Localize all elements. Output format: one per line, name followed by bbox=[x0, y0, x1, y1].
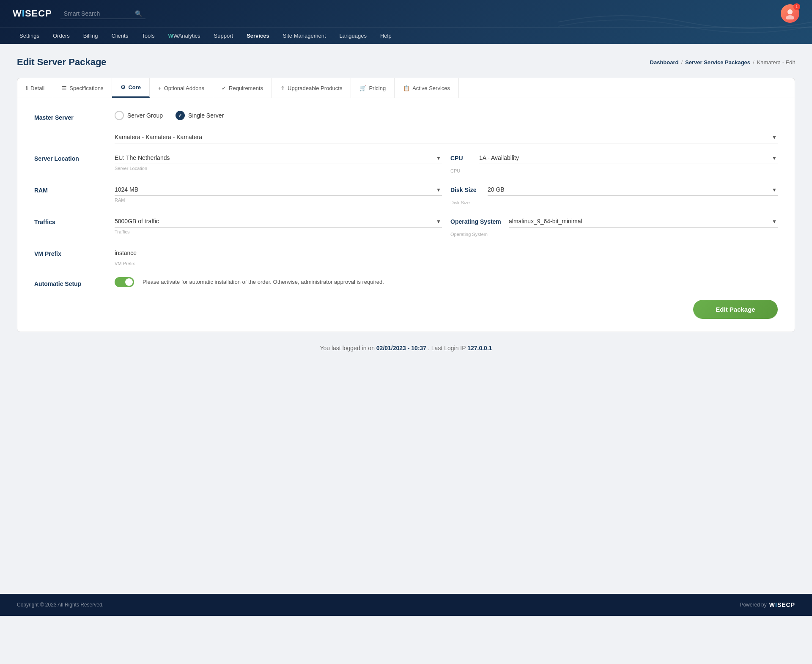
logo: WISECP bbox=[13, 8, 52, 19]
content-card: Master Server Server Group Single Server… bbox=[17, 98, 795, 332]
tab-detail[interactable]: ℹ Detail bbox=[17, 78, 53, 98]
tab-pricing[interactable]: 🛒 Pricing bbox=[351, 78, 395, 98]
nav-settings[interactable]: Settings bbox=[13, 27, 46, 44]
tab-active-services[interactable]: 📋 Active Services bbox=[395, 78, 459, 98]
header-right: 1 bbox=[781, 4, 799, 23]
optional-addons-icon: + bbox=[158, 85, 162, 91]
master-server-label: Master Server bbox=[34, 111, 102, 121]
upgradeable-products-icon: ⇧ bbox=[280, 85, 285, 91]
breadcrumb-section[interactable]: Server Service Packages bbox=[685, 59, 750, 66]
tab-core[interactable]: ⚙ Core bbox=[112, 78, 150, 98]
last-login-date: 02/01/2023 - 10:37 bbox=[376, 345, 426, 351]
search-icon: 🔍 bbox=[135, 10, 142, 17]
main-nav: Settings Orders Billing Clients Tools WW… bbox=[0, 27, 812, 44]
traffics-os-row: Traffics 5000GB of traffic ▼ Traffics Op… bbox=[34, 215, 778, 237]
automatic-setup-description: Please activate for automatic installati… bbox=[143, 278, 384, 286]
search-input[interactable] bbox=[64, 10, 132, 17]
nav-languages[interactable]: Languages bbox=[333, 27, 373, 44]
ram-field: 1024 MB ▼ RAM bbox=[115, 184, 442, 205]
master-server-dropdown[interactable]: Kamatera - Kamatera - Kamatera bbox=[115, 131, 778, 143]
os-dropdown-wrap: almalinux_9_64-bit_minimal ▼ bbox=[509, 215, 778, 228]
nav-clients[interactable]: Clients bbox=[104, 27, 135, 44]
vm-prefix-row: VM Prefix VM Prefix bbox=[34, 247, 778, 267]
server-location-dropdown-wrap: EU: The Netherlands ▼ bbox=[115, 152, 442, 164]
vm-prefix-label: VM Prefix bbox=[34, 247, 102, 257]
svg-point-1 bbox=[786, 15, 794, 19]
specifications-icon: ☰ bbox=[62, 85, 67, 91]
nav-site-management[interactable]: Site Management bbox=[276, 27, 333, 44]
automatic-setup-row: Automatic Setup Please activate for auto… bbox=[34, 277, 778, 287]
location-cpu-row: Server Location EU: The Netherlands ▼ Se… bbox=[34, 152, 778, 173]
nav-orders[interactable]: Orders bbox=[46, 27, 77, 44]
page-title: Edit Server Package bbox=[17, 57, 107, 68]
footer: Copyright © 2023 All Rights Reserved. Po… bbox=[0, 594, 812, 616]
automatic-setup-toggle[interactable] bbox=[115, 277, 134, 287]
radio-circle-group bbox=[115, 111, 124, 120]
traffics-dropdown-wrap: 5000GB of traffic ▼ bbox=[115, 215, 442, 228]
radio-server-group[interactable]: Server Group bbox=[115, 111, 163, 120]
tabs-container: ℹ Detail ☰ Specifications ⚙ Core + Optio… bbox=[17, 78, 795, 98]
requirements-icon: ✓ bbox=[222, 85, 226, 91]
cpu-field: CPU 1A - Availability ▼ CPU bbox=[450, 152, 778, 173]
traffics-label: Traffics bbox=[34, 215, 102, 225]
search-bar: 🔍 bbox=[60, 8, 145, 19]
avatar[interactable]: 1 bbox=[781, 4, 799, 23]
automatic-setup-field: Please activate for automatic installati… bbox=[115, 277, 384, 287]
disk-size-field: Disk Size 20 GB ▼ Disk Size bbox=[450, 184, 778, 205]
os-dropdown[interactable]: almalinux_9_64-bit_minimal bbox=[509, 215, 778, 228]
disk-size-dropdown-wrap: 20 GB ▼ bbox=[488, 184, 778, 196]
detail-icon: ℹ bbox=[26, 85, 28, 91]
tab-upgradeable-products[interactable]: ⇧ Upgradeable Products bbox=[272, 78, 351, 98]
disk-size-label: Disk Size bbox=[450, 187, 484, 193]
nav-wanalytics[interactable]: WWAnalytics bbox=[162, 27, 207, 44]
tab-requirements[interactable]: ✓ Requirements bbox=[213, 78, 272, 98]
core-icon: ⚙ bbox=[121, 84, 126, 91]
vm-prefix-input[interactable] bbox=[115, 247, 258, 259]
tab-optional-addons[interactable]: + Optional Addons bbox=[150, 78, 213, 98]
svg-point-0 bbox=[787, 9, 793, 14]
nav-services[interactable]: Services bbox=[240, 27, 276, 44]
location-cpu-fields: EU: The Netherlands ▼ Server Location CP… bbox=[115, 152, 778, 173]
toggle-slider bbox=[115, 277, 134, 287]
breadcrumb: Dashboard / Server Service Packages / Ka… bbox=[650, 59, 795, 66]
server-location-sublabel: Server Location bbox=[115, 166, 442, 171]
operating-system-label: Operating System bbox=[450, 218, 505, 225]
edit-package-button[interactable]: Edit Package bbox=[693, 300, 778, 319]
server-mode-radio-group: Server Group Single Server bbox=[115, 111, 778, 120]
os-sublabel: Operating System bbox=[450, 232, 778, 237]
disk-size-sublabel: Disk Size bbox=[450, 200, 778, 205]
radio-single-server[interactable]: Single Server bbox=[176, 111, 224, 120]
master-server-dropdown-wrap: Kamatera - Kamatera - Kamatera ▼ bbox=[115, 131, 778, 143]
cpu-sublabel: CPU bbox=[450, 168, 778, 173]
server-location-dropdown[interactable]: EU: The Netherlands bbox=[115, 152, 442, 164]
cpu-dropdown[interactable]: 1A - Availability bbox=[479, 152, 778, 164]
last-login-ip: 127.0.0.1 bbox=[467, 345, 492, 351]
tab-specifications[interactable]: ☰ Specifications bbox=[53, 78, 112, 98]
pricing-icon: 🛒 bbox=[359, 85, 366, 91]
nav-tools[interactable]: Tools bbox=[135, 27, 161, 44]
nav-help[interactable]: Help bbox=[373, 27, 398, 44]
vm-prefix-field: VM Prefix bbox=[115, 247, 258, 267]
vm-prefix-sublabel: VM Prefix bbox=[115, 261, 135, 266]
last-login: You last logged in on 02/01/2023 - 10:37… bbox=[17, 332, 795, 364]
cpu-label: CPU bbox=[450, 155, 476, 162]
active-services-icon: 📋 bbox=[403, 85, 410, 91]
ram-dropdown-wrap: 1024 MB ▼ bbox=[115, 184, 442, 196]
server-location-field: EU: The Netherlands ▼ Server Location bbox=[115, 152, 442, 173]
breadcrumb-dashboard[interactable]: Dashboard bbox=[650, 59, 679, 66]
radio-circle-single bbox=[176, 111, 185, 120]
nav-billing[interactable]: Billing bbox=[77, 27, 105, 44]
breadcrumb-sep-2: / bbox=[753, 59, 754, 66]
footer-logo: WISECP bbox=[769, 601, 795, 608]
nav-support[interactable]: Support bbox=[207, 27, 240, 44]
ram-disk-row: RAM 1024 MB ▼ RAM Disk Size bbox=[34, 184, 778, 205]
traffics-dropdown[interactable]: 5000GB of traffic bbox=[115, 215, 442, 228]
page-header: Edit Server Package Dashboard / Server S… bbox=[17, 57, 795, 68]
ram-label: RAM bbox=[34, 184, 102, 194]
disk-size-dropdown[interactable]: 20 GB bbox=[488, 184, 778, 196]
notification-badge: 1 bbox=[793, 3, 800, 10]
ram-dropdown[interactable]: 1024 MB bbox=[115, 184, 442, 196]
cpu-dropdown-wrap: 1A - Availability ▼ bbox=[479, 152, 778, 164]
footer-right: Powered by WISECP bbox=[740, 601, 795, 608]
w-highlight: W bbox=[168, 33, 173, 39]
